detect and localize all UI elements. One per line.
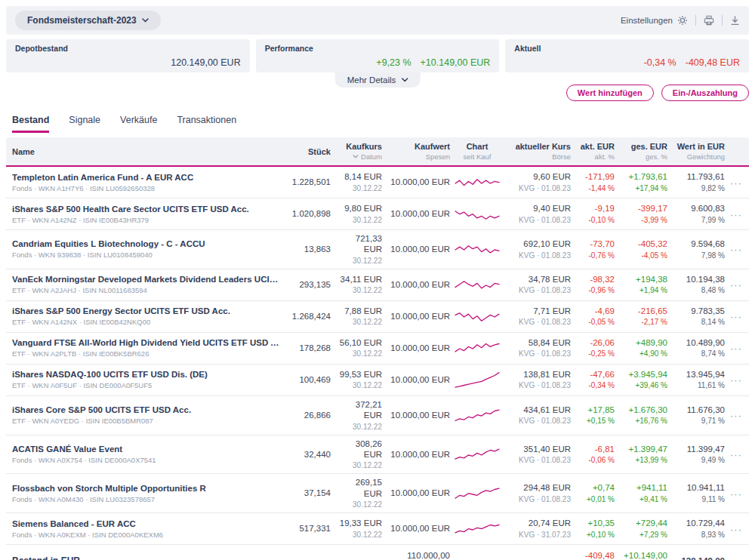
col-kurs[interactable]: aktueller Kurs Börse (504, 142, 571, 161)
row-menu-icon[interactable]: ··· (730, 244, 742, 255)
col-wert[interactable]: Wert in EUR Gewichtung (672, 142, 725, 161)
row-menu-icon[interactable]: ··· (730, 311, 742, 322)
card-aktuell: Aktuell -0,34 % -409,48 EUR (505, 39, 749, 72)
col-akt[interactable]: akt. EUR akt. % (575, 142, 615, 161)
fund-meta: Fonds · WKN A0KEXM · ISIN DE000A0KEXM6 (12, 531, 282, 539)
tab-signale[interactable]: Signale (69, 112, 100, 133)
download-button[interactable] (730, 16, 740, 26)
akt-eur-value: -26,06 (575, 337, 615, 348)
aktueller-kurs-value: 9,60 EUR (504, 171, 571, 182)
stueck-value: 32,440 (287, 449, 331, 460)
ges-pct-value: +39,46 % (619, 381, 667, 390)
boerse-info: KVG · 31.07.23 (504, 531, 571, 540)
sparkline-chart (455, 482, 500, 505)
sparkline-cell[interactable] (455, 404, 500, 426)
table-row[interactable]: iShares S&P 500 Health Care Sector UCITS… (6, 198, 749, 230)
fund-name-link[interactable]: Siemens Balanced - EUR ACC (12, 519, 282, 528)
sparkline-cell[interactable] (455, 305, 500, 328)
ges-eur-value: +489,90 (619, 337, 667, 348)
row-menu-icon[interactable]: ··· (730, 374, 742, 386)
row-menu-icon[interactable]: ··· (730, 279, 742, 291)
boerse-info: KVG · 01.08.23 (504, 286, 571, 295)
deposit-withdraw-button[interactable]: Ein-/Auszahlung (661, 85, 749, 101)
col-stueck[interactable]: Stück (287, 147, 331, 156)
depot-selector[interactable]: Fondsmeisterschaft-2023 (15, 11, 161, 30)
table-row[interactable]: ACATIS GANÉ Value Event Fonds · WKN A0X7… (6, 435, 749, 475)
akt-pct-value: -0,96 % (575, 286, 615, 295)
card-label: Performance (265, 44, 491, 53)
sparkline-cell[interactable] (455, 482, 500, 505)
boerse-info: KVG · 01.08.23 (504, 456, 571, 465)
row-menu-icon[interactable]: ··· (730, 177, 742, 189)
table-row[interactable]: Vanguard FTSE All-World High Dividend Yi… (6, 333, 749, 365)
row-menu-icon[interactable]: ··· (730, 410, 742, 421)
akt-pct-value: -0,34 % (575, 381, 615, 390)
table-row[interactable]: iShares NASDAQ-100 UCITS ETF USD Dis. (D… (6, 365, 749, 396)
sparkline-cell[interactable] (455, 171, 500, 194)
sparkline-cell[interactable] (455, 368, 500, 391)
kaufwert-value: 10.000,00 EUR (387, 208, 450, 219)
sparkline-chart (455, 171, 500, 194)
divider (722, 15, 723, 26)
table-row[interactable]: iShares Core S&P 500 UCITS ETF USD Acc. … (6, 396, 749, 435)
tab-bestand[interactable]: Bestand (12, 112, 49, 133)
print-button[interactable] (704, 15, 714, 26)
table-row[interactable]: Flossbach von Storch Multiple Opportunit… (6, 474, 749, 513)
fund-name-link[interactable]: iShares S&P 500 Health Care Sector UCITS… (12, 205, 282, 214)
fund-name-link[interactable]: Templeton Latin America Fund - A EUR ACC (12, 173, 282, 182)
akt-pct-value: +0,10 % (575, 531, 615, 540)
col-chart[interactable]: Chart seit Kauf (455, 142, 500, 161)
fund-name-link[interactable]: iShares S&P 500 Energy Sector UCITS ETF … (12, 306, 282, 315)
kaufkurs-value: 721,33 EUR (335, 233, 382, 255)
kaufwert-value: 10.000,00 EUR (387, 410, 450, 420)
aktueller-kurs-value: 7,71 EUR (504, 306, 571, 316)
sparkline-chart (455, 368, 500, 391)
fund-name-link[interactable]: iShares Core S&P 500 UCITS ETF USD Acc. (12, 405, 282, 414)
fund-name-link[interactable]: Vanguard FTSE All-World High Dividend Yi… (12, 338, 282, 347)
add-value-button[interactable]: Wert hinzufügen (566, 85, 654, 101)
fund-name-link[interactable]: ACATIS GANÉ Value Event (12, 445, 282, 454)
row-menu-icon[interactable]: ··· (730, 343, 742, 354)
tab-transaktionen[interactable]: Transaktionen (177, 112, 236, 133)
table-row[interactable]: Templeton Latin America Fund - A EUR ACC… (6, 167, 749, 198)
table-row[interactable]: VanEck Morningstar Developed Markets Div… (6, 269, 749, 301)
row-menu-icon[interactable]: ··· (730, 488, 742, 500)
card-label: Aktuell (514, 44, 740, 53)
wert-value: 9.600,83 (672, 203, 725, 214)
stueck-value: 293,135 (287, 279, 331, 290)
kauf-datum: 30.12.22 (335, 500, 382, 509)
fund-name-link[interactable]: iShares NASDAQ-100 UCITS ETF USD Dis. (D… (12, 370, 282, 379)
fund-meta: ETF · WKN A2JAHJ · ISIN NL0011683594 (12, 286, 282, 294)
sparkline-cell[interactable] (455, 443, 500, 466)
tab-verkaeufe[interactable]: Verkäufe (120, 112, 157, 133)
akt-eur-value: +17,85 (575, 405, 615, 415)
col-ges[interactable]: ges. EUR ges. % (619, 142, 667, 161)
boerse-info: KVG · 01.08.23 (504, 318, 571, 327)
col-kaufkurs[interactable]: Kaufkurs Datum (335, 142, 382, 161)
sparkline-cell[interactable] (455, 273, 500, 296)
more-details-button[interactable]: Mehr Details (335, 72, 421, 88)
row-menu-icon[interactable]: ··· (730, 449, 742, 460)
row-menu-icon[interactable]: ··· (730, 209, 742, 220)
table-row[interactable]: iShares S&P 500 Energy Sector UCITS ETF … (6, 301, 749, 333)
aktueller-kurs-value: 138,81 EUR (504, 369, 571, 380)
fund-name-link[interactable]: Flossbach von Storch Multiple Opportunit… (12, 484, 282, 493)
sparkline-cell[interactable] (455, 203, 500, 226)
fund-name-link[interactable]: VanEck Morningstar Developed Markets Div… (12, 275, 282, 284)
sparkline-cell[interactable] (455, 518, 500, 540)
sparkline-cell[interactable] (455, 238, 500, 260)
stueck-value: 517,331 (287, 523, 331, 534)
akt-eur-value: +10,35 (575, 518, 615, 528)
fund-name-link[interactable]: Candriam Equities L Biotechnology - C - … (12, 239, 282, 248)
sparkline-cell[interactable] (455, 337, 500, 359)
fund-meta: ETF · WKN A2PLTB · ISIN IE00BK5BR626 (12, 349, 282, 358)
aktuell-value: -409,48 EUR (686, 57, 740, 68)
row-menu-icon[interactable]: ··· (730, 524, 742, 535)
settings-button[interactable]: Einstellungen (621, 15, 688, 26)
kauf-datum: 30.12.22 (335, 286, 382, 295)
col-name[interactable]: Name (12, 147, 282, 156)
gewichtung-value: 9,82 % (672, 184, 725, 193)
col-kaufwert[interactable]: Kaufwert Spesen (387, 142, 450, 161)
table-row[interactable]: Candriam Equities L Biotechnology - C - … (6, 230, 749, 269)
table-row[interactable]: Siemens Balanced - EUR ACC Fonds · WKN A… (6, 513, 749, 545)
